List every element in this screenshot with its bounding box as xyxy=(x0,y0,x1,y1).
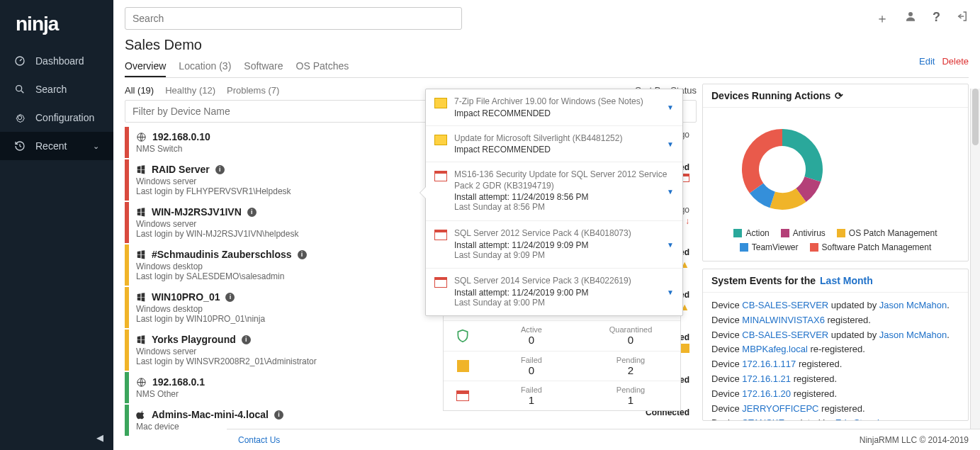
row-icon xyxy=(444,381,482,410)
logout-icon[interactable] xyxy=(956,10,969,27)
legend-item[interactable]: Software Patch Management xyxy=(810,242,932,252)
patch-item[interactable]: MS16-136 Security Update for SQL Server … xyxy=(426,162,682,221)
user-icon[interactable] xyxy=(904,10,917,27)
edit-link[interactable]: Edit xyxy=(919,56,935,77)
legend-label: Action xyxy=(745,228,769,238)
event-row: Device JERRYOFFICEPC registered. xyxy=(711,402,959,417)
history-icon xyxy=(14,140,26,152)
legend-swatch xyxy=(810,243,818,252)
metric-value: 0 xyxy=(581,334,680,346)
chevron-down-icon[interactable]: ▼ xyxy=(667,103,674,111)
brand-logo: ninja xyxy=(0,0,113,47)
legend-item[interactable]: Antivirus xyxy=(781,228,826,238)
event-device-link[interactable]: MBPKafeg.local xyxy=(742,344,808,354)
info-icon[interactable]: i xyxy=(225,293,235,302)
event-device-link[interactable]: 172.16.1.21 xyxy=(742,373,791,384)
patch-item[interactable]: Update for Microsoft Silverlight (KB4481… xyxy=(426,126,682,163)
patch-line3: Last Sunday at 8:56 PM xyxy=(454,202,674,213)
legend-item[interactable]: OS Patch Management xyxy=(837,228,937,238)
event-user-link[interactable]: Jason McMahon xyxy=(879,330,947,340)
event-device-link[interactable]: STANSKE xyxy=(742,417,784,420)
event-device-link[interactable]: MINALWINVISTAX6 xyxy=(742,315,825,325)
plus-icon[interactable]: ＋ xyxy=(876,10,889,27)
chevron-down-icon[interactable]: ▼ xyxy=(667,288,674,296)
footer: Contact Us NinjaRMM LLC © 2014-2019 xyxy=(227,429,980,450)
event-user-link[interactable]: Jason McMahon xyxy=(879,300,947,310)
donut-slice-software-patch-management[interactable] xyxy=(742,129,782,193)
event-user-link[interactable]: Eric Stanske xyxy=(835,417,887,420)
event-device-link[interactable]: CB-SALES-SERVER xyxy=(742,300,828,310)
metric-label: Quarantined xyxy=(581,325,680,334)
tab-overview[interactable]: Overview xyxy=(125,56,166,77)
nav-label: Recent xyxy=(35,140,67,152)
sidebar-item-dashboard[interactable]: Dashboard xyxy=(0,47,113,75)
help-icon[interactable]: ? xyxy=(933,10,940,27)
copyright: NinjaRMM LLC © 2014-2019 xyxy=(860,435,969,445)
filter-problems[interactable]: Problems (7) xyxy=(227,85,279,96)
metric-label: Failed xyxy=(482,356,581,364)
sidebar-collapse[interactable]: ◀ xyxy=(0,425,113,450)
metric-label: Pending xyxy=(581,386,680,394)
device-type-icon xyxy=(136,377,147,388)
event-row: Device CB-SALES-SERVER updated by Jason … xyxy=(711,328,959,343)
dashboard-icon xyxy=(14,55,26,67)
summary-row: Active0Quarantined0 xyxy=(444,321,680,351)
patch-item[interactable]: 7-Zip File Archiver 19.00 for Windows (S… xyxy=(426,89,682,126)
tab-location-3-[interactable]: Location (3) xyxy=(179,56,231,77)
event-device-link[interactable]: CB-SALES-SERVER xyxy=(742,330,828,340)
nav-label: Dashboard xyxy=(35,55,84,67)
patch-status-icon xyxy=(434,98,447,108)
sidebar-item-search[interactable]: Search xyxy=(0,75,113,103)
patch-item[interactable]: SQL Server 2012 Service Pack 4 (KB401807… xyxy=(426,221,682,269)
legend-label: OS Patch Management xyxy=(849,228,937,238)
filter-healthy[interactable]: Healthy (12) xyxy=(165,85,215,96)
donut-slice-action[interactable] xyxy=(782,129,823,182)
event-device-link[interactable]: JERRYOFFICEPC xyxy=(742,403,818,414)
page-title: Sales Demo xyxy=(125,37,969,53)
device-name: Yorks Playground xyxy=(152,334,236,345)
info-icon[interactable]: i xyxy=(274,410,283,420)
tab-os-patches[interactable]: OS Patches xyxy=(296,56,349,77)
search-icon xyxy=(14,84,26,95)
delete-link[interactable]: Delete xyxy=(942,56,969,77)
events-period-link[interactable]: Last Month xyxy=(820,275,873,286)
legend-item[interactable]: Action xyxy=(733,228,769,238)
patch-line2: Install attempt: 11/24/2019 9:09 PM xyxy=(454,240,674,250)
device-name: #Schmaudinis Zauberschloss xyxy=(152,249,292,260)
info-icon[interactable]: i xyxy=(247,208,257,217)
scrollbar[interactable] xyxy=(970,89,980,429)
device-type-icon xyxy=(136,410,146,420)
event-device-link[interactable]: 172.16.1.20 xyxy=(742,388,791,399)
info-icon[interactable]: i xyxy=(242,335,251,344)
device-name: 192.168.0.10 xyxy=(152,131,210,142)
legend-swatch xyxy=(781,229,789,237)
info-icon[interactable]: i xyxy=(215,165,225,174)
device-type-icon xyxy=(136,292,146,302)
chevron-down-icon[interactable]: ▼ xyxy=(667,241,674,249)
patch-line2: Install attempt: 11/24/2019 9:00 PM xyxy=(454,288,674,298)
nav-label: Search xyxy=(35,84,67,95)
event-row: Device MINALWINVISTAX6 registered. xyxy=(711,313,959,328)
legend-swatch xyxy=(733,229,742,237)
sidebar-item-recent[interactable]: Recent⌄ xyxy=(0,132,113,160)
metric-value: 0 xyxy=(482,334,581,346)
search-input[interactable] xyxy=(125,7,462,30)
chevron-down-icon[interactable]: ▼ xyxy=(667,140,674,147)
legend-item[interactable]: TeamViewer xyxy=(740,242,799,252)
sidebar-item-configuration[interactable]: Configuration xyxy=(0,103,113,132)
patch-line2: Impact RECOMMENDED xyxy=(454,145,674,154)
info-icon[interactable]: i xyxy=(298,250,307,259)
event-row: Device MBPKafeg.local re-registered. xyxy=(711,342,959,357)
patch-line3: Last Sunday at 9:09 PM xyxy=(454,250,674,261)
contact-link[interactable]: Contact Us xyxy=(238,435,280,445)
patch-popup: 7-Zip File Archiver 19.00 for Windows (S… xyxy=(425,89,683,316)
chevron-down-icon[interactable]: ▼ xyxy=(667,188,674,196)
tab-software[interactable]: Software xyxy=(244,56,283,77)
event-row: Device 172.16.1.117 registered. xyxy=(711,357,959,372)
device-name: WIN-MJ2RSJV1IVN xyxy=(152,206,242,218)
filter-all[interactable]: All (19) xyxy=(125,85,154,96)
event-device-link[interactable]: 172.16.1.117 xyxy=(742,359,796,369)
patch-status-icon xyxy=(434,171,447,181)
patch-item[interactable]: SQL Server 2014 Service Pack 3 (KB402261… xyxy=(426,269,682,315)
device-name: 192.168.0.1 xyxy=(152,376,205,388)
